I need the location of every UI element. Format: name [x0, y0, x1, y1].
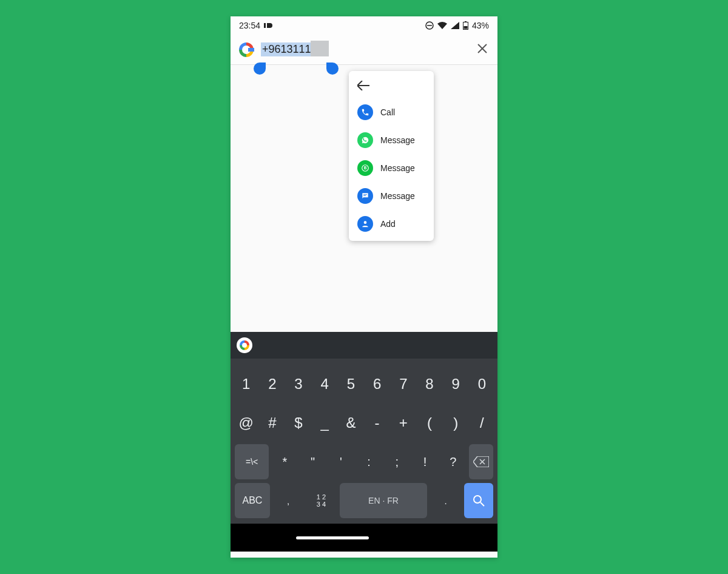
- battery-icon: [463, 21, 468, 30]
- key-2[interactable]: 2: [261, 366, 283, 402]
- key-$[interactable]: $: [287, 405, 309, 441]
- key-@[interactable]: @: [235, 405, 257, 441]
- key-?[interactable]: ?: [441, 444, 465, 479]
- clear-button[interactable]: [477, 42, 488, 58]
- key-![interactable]: !: [413, 444, 437, 479]
- key-"[interactable]: ": [301, 444, 325, 479]
- key-*[interactable]: *: [272, 444, 297, 479]
- svg-rect-5: [463, 26, 467, 29]
- gboard-google-icon[interactable]: [237, 337, 252, 353]
- key--[interactable]: -: [366, 405, 388, 441]
- key-#[interactable]: #: [261, 405, 283, 441]
- action-message-whatsapp[interactable]: Message: [349, 126, 434, 154]
- key-7[interactable]: 7: [392, 366, 414, 402]
- action-add-icon: [357, 216, 373, 232]
- key-:[interactable]: :: [357, 444, 381, 479]
- key-8[interactable]: 8: [418, 366, 440, 402]
- key-&[interactable]: &: [340, 405, 362, 441]
- signal-icon: [451, 22, 459, 29]
- key-_[interactable]: _: [314, 405, 336, 441]
- key-search[interactable]: [464, 483, 493, 518]
- key-/[interactable]: /: [471, 405, 493, 441]
- action-call-label: Call: [380, 107, 395, 117]
- popup-back-button[interactable]: [349, 76, 434, 98]
- action-call-icon: [357, 104, 373, 120]
- key-abc[interactable]: ABC: [235, 483, 270, 518]
- status-bar: 23:54 43%: [231, 16, 497, 35]
- redaction-box: [311, 41, 329, 56]
- key-backspace[interactable]: [469, 444, 493, 479]
- svg-text:B: B: [364, 166, 367, 170]
- action-message-whatsapp-label: Message: [380, 135, 415, 145]
- key-)[interactable]: ): [445, 405, 467, 441]
- key-5[interactable]: 5: [340, 366, 362, 402]
- status-battery: 43%: [472, 21, 489, 30]
- key-+[interactable]: +: [392, 405, 414, 441]
- action-add-label: Add: [380, 219, 396, 229]
- action-add[interactable]: Add: [349, 210, 434, 238]
- key-0[interactable]: 0: [471, 366, 493, 402]
- key-9[interactable]: 9: [445, 366, 467, 402]
- key-([interactable]: (: [418, 405, 440, 441]
- search-bar: +9613111: [231, 35, 497, 65]
- key-6[interactable]: 6: [366, 366, 388, 402]
- key-;[interactable]: ;: [385, 444, 409, 479]
- action-message-whatsapp-icon: [357, 132, 373, 148]
- action-call[interactable]: Call: [349, 98, 434, 126]
- keyboard-suggestion-strip: [231, 332, 497, 359]
- google-logo-icon: [239, 42, 254, 57]
- action-message-business[interactable]: BMessage: [349, 154, 434, 182]
- key-comma[interactable]: ,: [274, 483, 303, 518]
- nav-bar: [231, 524, 497, 552]
- nav-home-pill[interactable]: [296, 536, 369, 539]
- svg-rect-0: [264, 23, 266, 28]
- action-message-sms-label: Message: [380, 191, 415, 201]
- key-numeric[interactable]: 1 2 3 4: [306, 483, 335, 518]
- key-4[interactable]: 4: [314, 366, 336, 402]
- action-message-sms-icon: [357, 188, 373, 204]
- action-message-business-label: Message: [380, 163, 415, 173]
- status-time: 23:54: [239, 21, 260, 30]
- key-'[interactable]: ': [329, 444, 353, 479]
- selection-handle-right[interactable]: [326, 62, 339, 75]
- key-1[interactable]: 1: [235, 366, 257, 402]
- action-message-business-icon: B: [357, 160, 373, 176]
- svg-point-13: [364, 221, 367, 224]
- selection-handle-left[interactable]: [254, 62, 266, 75]
- dnd-icon: [425, 21, 434, 30]
- svg-line-17: [480, 502, 484, 506]
- action-message-sms[interactable]: Message: [349, 182, 434, 210]
- phone-frame: 23:54 43% +9613111: [231, 16, 497, 558]
- search-input[interactable]: +9613111: [261, 42, 312, 56]
- number-actions-popup: CallMessageBMessageMessageAdd: [349, 71, 434, 241]
- keyboard: 1234567890 @#$_&-+()/ =\< *"':;!? ABC , …: [231, 359, 497, 524]
- key-dot[interactable]: .: [431, 483, 460, 518]
- svg-point-16: [474, 496, 481, 503]
- wifi-icon: [437, 22, 447, 29]
- id-icon: [264, 22, 274, 29]
- key-symbols[interactable]: =\<: [235, 444, 269, 479]
- key-3[interactable]: 3: [287, 366, 309, 402]
- key-space[interactable]: EN · FR: [340, 483, 428, 518]
